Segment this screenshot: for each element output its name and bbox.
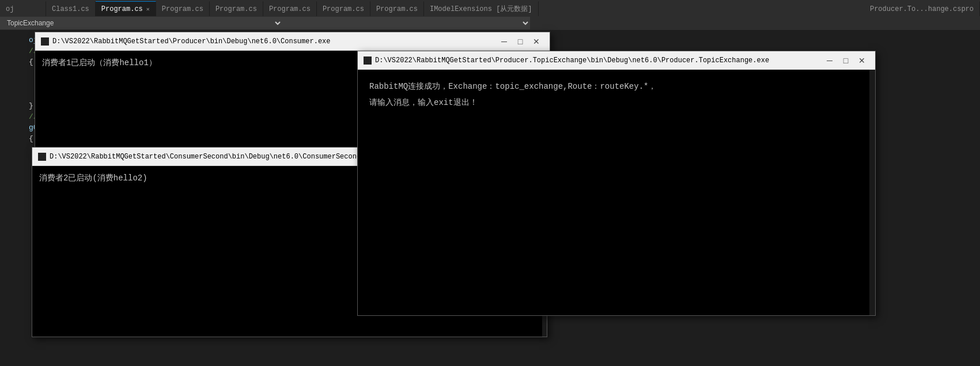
tab-program-6[interactable]: Program.cs bbox=[370, 1, 424, 16]
tab-class1[interactable]: Class1.cs bbox=[46, 1, 96, 16]
class-dropdown[interactable]: TopicExchange bbox=[0, 17, 282, 29]
tab-program-3[interactable]: Program.cs bbox=[210, 1, 263, 16]
window-controls: ─ □ ✕ bbox=[497, 34, 544, 49]
producer-maximize-button[interactable]: □ bbox=[838, 53, 853, 68]
consumer1-titlebar: D:\VS2022\RabbitMQGetStarted\Producer\bi… bbox=[35, 32, 550, 51]
producer-icon bbox=[364, 56, 372, 65]
minimize-button[interactable]: ─ bbox=[497, 34, 512, 49]
member-dropdown[interactable] bbox=[282, 17, 530, 29]
tab-close-button[interactable]: ✕ bbox=[146, 6, 150, 13]
console2-icon bbox=[38, 153, 46, 161]
tab-program-active[interactable]: Program.cs ✕ bbox=[96, 1, 156, 16]
tab-oj[interactable]: oj bbox=[0, 1, 46, 16]
close-button[interactable]: ✕ bbox=[529, 34, 544, 49]
producer-body: RabbitMQ连接成功，Exchange：topic_exchange,Rou… bbox=[358, 70, 875, 315]
producer-minimize-button[interactable]: ─ bbox=[822, 53, 837, 68]
console-icon bbox=[41, 37, 49, 46]
tab-bar: oj Class1.cs Program.cs ✕ Program.cs Pro… bbox=[0, 0, 980, 16]
tab-imodel[interactable]: IModelExensions [从元数据] bbox=[424, 1, 539, 16]
maximize-button[interactable]: □ bbox=[513, 34, 528, 49]
dropdown-bar: TopicExchange bbox=[0, 16, 980, 30]
tab-program-5[interactable]: Program.cs bbox=[317, 1, 370, 16]
producer-titlebar: D:\VS2022\RabbitMQGetStarted\Producer.To… bbox=[358, 51, 875, 70]
producer-controls: ─ □ ✕ bbox=[822, 53, 869, 68]
producer-scrollbar[interactable] bbox=[869, 70, 875, 315]
producer-title: D:\VS2022\RabbitMQGetStarted\Producer.To… bbox=[375, 56, 822, 65]
producer-window: D:\VS2022\RabbitMQGetStarted\Producer.To… bbox=[357, 51, 876, 316]
producer-close-button[interactable]: ✕ bbox=[854, 53, 869, 68]
consumer1-title: D:\VS2022\RabbitMQGetStarted\Producer\bi… bbox=[52, 37, 497, 46]
tab-program-4[interactable]: Program.cs bbox=[263, 1, 317, 16]
tab-producer[interactable]: Producer.To...hange.cspro bbox=[864, 1, 980, 16]
producer-line2: 请输入消息，输入exit退出！ bbox=[369, 96, 864, 109]
producer-line1: RabbitMQ连接成功，Exchange：topic_exchange,Rou… bbox=[369, 80, 864, 93]
tab-program-2[interactable]: Program.cs bbox=[156, 1, 210, 16]
